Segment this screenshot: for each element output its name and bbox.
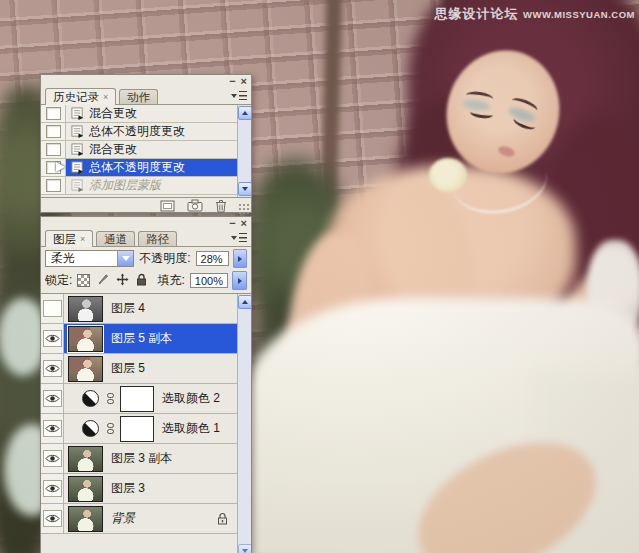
resize-grip-icon[interactable] bbox=[238, 203, 249, 214]
history-source-checkbox[interactable] bbox=[41, 141, 66, 158]
visibility-box bbox=[43, 390, 62, 407]
layer-thumbnail[interactable] bbox=[68, 326, 103, 352]
history-source-checkbox[interactable] bbox=[41, 177, 66, 194]
layer-thumbnail[interactable] bbox=[68, 296, 103, 322]
blend-mode-value: 柔光 bbox=[51, 250, 75, 267]
tab-layers[interactable]: 图层 × bbox=[45, 230, 93, 247]
lock-paint-brush-icon[interactable] bbox=[97, 273, 109, 288]
history-state-icon bbox=[71, 107, 84, 120]
visibility-toggle[interactable] bbox=[41, 354, 64, 383]
scroll-down-icon[interactable] bbox=[238, 182, 252, 196]
panel-menu-icon[interactable] bbox=[231, 91, 247, 100]
flyout-lines-icon bbox=[239, 91, 247, 100]
visibility-toggle[interactable] bbox=[41, 504, 64, 533]
lock-transparency-icon[interactable] bbox=[77, 274, 90, 287]
visibility-toggle[interactable] bbox=[41, 414, 64, 443]
layer-row[interactable]: 图层 4 bbox=[41, 294, 237, 324]
history-row[interactable]: 混合更改 bbox=[41, 105, 237, 123]
opacity-field[interactable]: 28% bbox=[196, 251, 229, 266]
checkbox-icon bbox=[46, 179, 61, 192]
tab-paths-label: 路径 bbox=[146, 232, 169, 247]
history-step-label: 混合更改 bbox=[89, 141, 137, 158]
history-step-label: 总体不透明度更改 bbox=[89, 123, 185, 140]
panel-menu-icon[interactable] bbox=[231, 233, 247, 242]
layer-name[interactable]: 选取颜色 2 bbox=[162, 390, 220, 407]
history-source-checkbox[interactable] bbox=[41, 123, 66, 140]
adjustment-layer-icon[interactable] bbox=[82, 390, 99, 407]
new-document-from-state-icon[interactable] bbox=[160, 200, 175, 215]
layer-row[interactable]: 选取颜色 2 bbox=[41, 384, 237, 414]
layers-titlebar: − × bbox=[41, 217, 251, 229]
tab-history[interactable]: 历史记录 × bbox=[45, 88, 116, 105]
history-row-undone[interactable]: 添加图层蒙版 bbox=[41, 177, 237, 195]
minimize-icon[interactable]: − bbox=[229, 77, 235, 86]
layer-row-background[interactable]: 背景 bbox=[41, 504, 237, 534]
adjustment-layer-icon[interactable] bbox=[82, 420, 99, 437]
lock-position-move-icon[interactable] bbox=[116, 273, 129, 289]
scroll-down-icon[interactable] bbox=[238, 544, 252, 553]
visibility-toggle[interactable] bbox=[41, 294, 64, 323]
layers-scrollbar[interactable] bbox=[237, 294, 251, 553]
layer-row[interactable]: 图层 3 bbox=[41, 474, 237, 504]
layer-row-selected[interactable]: 图层 5 副本 bbox=[41, 324, 237, 354]
new-snapshot-camera-icon[interactable] bbox=[187, 199, 203, 215]
layer-name[interactable]: 图层 5 副本 bbox=[111, 330, 172, 347]
tab-close-icon[interactable]: × bbox=[103, 92, 108, 102]
close-icon[interactable]: × bbox=[241, 77, 247, 86]
layer-row[interactable]: 图层 3 副本 bbox=[41, 444, 237, 474]
layer-name[interactable]: 图层 3 副本 bbox=[111, 450, 172, 467]
layer-name[interactable]: 图层 5 bbox=[111, 360, 145, 377]
eye-icon bbox=[45, 363, 60, 374]
visibility-box bbox=[43, 330, 62, 347]
lock-all-padlock-icon[interactable] bbox=[136, 273, 147, 289]
blend-mode-select[interactable]: 柔光 bbox=[45, 250, 134, 267]
history-source-checkbox[interactable] bbox=[41, 105, 66, 122]
layer-name[interactable]: 背景 bbox=[111, 510, 135, 527]
link-mask-icon bbox=[107, 423, 114, 434]
tab-actions[interactable]: 动作 bbox=[119, 89, 158, 104]
visibility-box bbox=[43, 420, 62, 437]
fill-stepper-icon[interactable] bbox=[232, 271, 247, 290]
layer-name[interactable]: 选取颜色 1 bbox=[162, 420, 220, 437]
layer-name[interactable]: 图层 4 bbox=[111, 300, 145, 317]
tab-history-label: 历史记录 bbox=[53, 90, 99, 105]
history-list: 混合更改 总体不透明度更改 混合更改 bbox=[41, 105, 251, 198]
visibility-toggle[interactable] bbox=[41, 474, 64, 503]
layer-mask-thumbnail[interactable] bbox=[120, 386, 154, 412]
close-icon[interactable]: × bbox=[241, 219, 247, 228]
layer-thumbnail[interactable] bbox=[68, 356, 103, 382]
scroll-up-icon[interactable] bbox=[238, 106, 252, 120]
layer-thumbnail[interactable] bbox=[68, 446, 103, 472]
visibility-toggle[interactable] bbox=[41, 444, 64, 473]
flyout-triangle-icon bbox=[231, 94, 237, 98]
opacity-stepper-icon[interactable] bbox=[233, 249, 247, 268]
fill-field[interactable]: 100% bbox=[190, 273, 228, 288]
history-scrollbar[interactable] bbox=[237, 105, 251, 197]
checkbox-icon bbox=[46, 107, 61, 120]
history-panel: − × 历史记录 × 动作 混合更改 bbox=[40, 74, 252, 213]
tab-channels[interactable]: 通道 bbox=[96, 231, 135, 246]
tab-channels-label: 通道 bbox=[104, 232, 127, 247]
layer-thumbnail[interactable] bbox=[68, 506, 103, 532]
visibility-toggle[interactable] bbox=[41, 384, 64, 413]
layer-row[interactable]: 选取颜色 1 bbox=[41, 414, 237, 444]
scroll-up-icon[interactable] bbox=[238, 295, 252, 309]
layers-panel: − × 图层 × 通道 路径 柔光 不透明度: 2 bbox=[40, 216, 252, 553]
history-slider-pointer-icon[interactable] bbox=[56, 162, 65, 172]
minimize-icon[interactable]: − bbox=[229, 219, 235, 228]
tab-paths[interactable]: 路径 bbox=[138, 231, 177, 246]
fill-label: 填充: bbox=[158, 272, 185, 289]
layer-name[interactable]: 图层 3 bbox=[111, 480, 145, 497]
lock-buttons bbox=[77, 273, 147, 289]
layer-row[interactable]: 图层 5 bbox=[41, 354, 237, 384]
history-row[interactable]: 混合更改 bbox=[41, 141, 237, 159]
history-row[interactable]: 总体不透明度更改 bbox=[41, 123, 237, 141]
history-step-label: 混合更改 bbox=[89, 105, 137, 122]
visibility-toggle[interactable] bbox=[41, 324, 64, 353]
delete-trash-icon[interactable] bbox=[215, 199, 227, 216]
tab-close-icon[interactable]: × bbox=[80, 234, 85, 244]
history-row-selected[interactable]: 总体不透明度更改 bbox=[41, 159, 237, 177]
layer-thumbnail[interactable] bbox=[68, 476, 103, 502]
layer-mask-thumbnail[interactable] bbox=[120, 416, 154, 442]
dropdown-arrow-icon[interactable] bbox=[117, 251, 133, 266]
